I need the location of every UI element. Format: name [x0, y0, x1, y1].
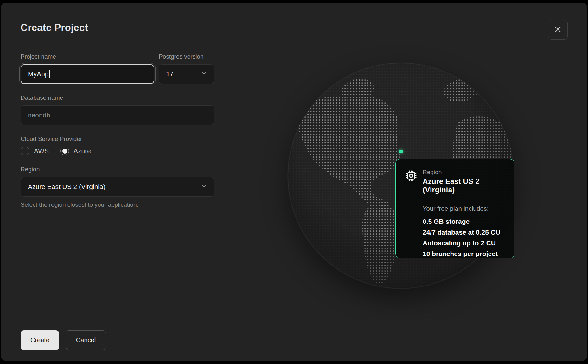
cloud-provider-radio-group: AWS Azure	[21, 147, 214, 155]
project-name-label: Project name	[21, 53, 154, 60]
create-button[interactable]: Create	[21, 330, 59, 350]
radio-label-azure: Azure	[74, 147, 91, 155]
region-card-label: Region	[423, 169, 505, 176]
radio-label-aws: AWS	[34, 147, 49, 155]
page-title: Create Project	[21, 22, 88, 34]
free-plan-section: Your free plan includes: 0.5 GB storage …	[423, 205, 505, 259]
postgres-version-select[interactable]: 17	[159, 64, 214, 84]
region-label: Region	[21, 166, 214, 173]
dialog-footer: Create Cancel	[1, 319, 587, 361]
close-button[interactable]	[548, 20, 568, 40]
radio-option-aws[interactable]: AWS	[21, 147, 49, 155]
region-helper-text: Select the region closest to your applic…	[21, 201, 214, 208]
text-cursor	[49, 70, 50, 78]
plan-feature-database: 24/7 database at 0.25 CU	[423, 227, 505, 238]
project-name-value: MyApp	[28, 70, 48, 78]
radio-option-azure[interactable]: Azure	[60, 147, 91, 155]
chevron-down-icon	[201, 70, 207, 78]
plan-feature-branches: 10 branches per project	[423, 248, 505, 259]
region-map-marker	[399, 150, 403, 153]
chevron-down-icon	[201, 183, 207, 191]
plan-feature-autoscaling: Autoscaling up to 2 CU	[423, 238, 505, 248]
postgres-version-value: 17	[166, 70, 173, 78]
cancel-button[interactable]: Cancel	[66, 330, 106, 350]
database-name-input[interactable]	[21, 105, 214, 125]
database-name-label: Database name	[21, 94, 214, 101]
region-select[interactable]: Azure East US 2 (Virginia)	[21, 177, 214, 197]
cloud-provider-label: Cloud Service Provider	[21, 135, 214, 142]
region-card-header: Region Azure East US 2 (Virginia)	[405, 169, 505, 194]
region-card-header-text: Region Azure East US 2 (Virginia)	[423, 169, 505, 194]
region-select-value: Azure East US 2 (Virginia)	[28, 183, 105, 191]
free-plan-heading: Your free plan includes:	[423, 205, 505, 212]
region-card-title: Azure East US 2 (Virginia)	[423, 177, 505, 194]
free-plan-feature-list: 0.5 GB storage 24/7 database at 0.25 CU …	[423, 216, 505, 259]
cpu-icon	[405, 170, 417, 194]
create-project-dialog: Create Project	[1, 3, 587, 361]
radio-circle-azure	[60, 147, 69, 155]
postgres-version-label: Postgres version	[159, 53, 214, 60]
x-icon	[554, 25, 562, 35]
project-form: Project name MyApp Postgres version 17 D…	[21, 53, 214, 208]
region-info-card: Region Azure East US 2 (Virginia) Your f…	[395, 159, 514, 258]
plan-feature-storage: 0.5 GB storage	[423, 216, 505, 227]
radio-circle-aws	[21, 147, 29, 155]
project-name-input[interactable]: MyApp	[21, 64, 154, 84]
